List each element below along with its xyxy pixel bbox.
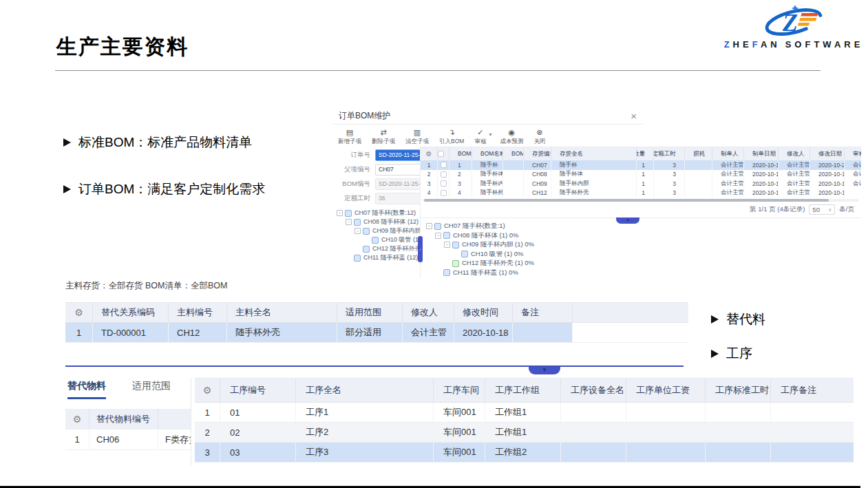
tree-expander-icon[interactable]: - xyxy=(346,219,352,225)
bom-node-icon xyxy=(461,251,468,257)
checkbox[interactable] xyxy=(441,190,447,196)
table-cell: 2020-10-29 xyxy=(810,160,845,170)
checkbox[interactable] xyxy=(441,162,447,168)
bom-node-icon xyxy=(452,242,459,248)
bullet-text: 订单BOM：满足客户定制化需求 xyxy=(78,180,265,198)
toolbar-button-add-child-icon[interactable]: ▤新增子项 xyxy=(338,128,361,146)
dropdown-caret-icon[interactable]: ▾ xyxy=(489,131,491,138)
tree-node[interactable]: -CH07 随手杯(数量:1) xyxy=(426,222,861,231)
gear-icon[interactable]: ⚙ xyxy=(65,303,93,322)
checkbox[interactable] xyxy=(441,180,447,187)
table-cell xyxy=(685,160,712,170)
tree-expander-icon[interactable]: - xyxy=(354,228,361,234)
table-cell: 随手杯 xyxy=(551,160,637,170)
toolbar-button-trash-icon[interactable]: ▥清空子项 xyxy=(405,128,429,146)
gear-icon[interactable]: ⚙ xyxy=(65,409,89,429)
cost-forecast-icon: ◉ xyxy=(509,128,516,136)
table-cell: 随手杯外壳 xyxy=(227,323,337,342)
column-header: 修改时间 xyxy=(454,303,513,322)
tree-expander-icon[interactable]: - xyxy=(444,242,450,248)
svg-text:Z: Z xyxy=(782,9,798,36)
collapse-sidebar-handle[interactable]: ‹ xyxy=(418,236,423,262)
table-cell: 2 xyxy=(421,170,438,180)
checkbox[interactable] xyxy=(438,151,444,157)
table-cell: 2020-10-18 xyxy=(454,323,513,342)
collapse-section-button[interactable]: ▼ xyxy=(529,367,560,374)
column-header xyxy=(158,409,191,429)
bullet-arrow-icon xyxy=(711,350,719,358)
brand-letter-group: Z xyxy=(724,39,733,50)
bom-tree-order: -CH07 随手杯(数量:1)-CH08 随手杯体 (1) 0%-CH09 随手… xyxy=(421,222,861,277)
table-cell: 会计主管 xyxy=(403,323,454,342)
bullet-item: 工序 xyxy=(711,345,765,363)
column-header: BOM名称 xyxy=(472,147,503,160)
presentation-slide: 生产主要资料 Z ZHEFANSOFTWARE 标准BOM：标准产品物料清单 订… xyxy=(0,0,868,488)
tree-node[interactable]: -CH09 随手杯内胆 (1) 0% xyxy=(426,240,861,250)
bom-node-icon xyxy=(452,260,459,267)
table-cell xyxy=(561,423,626,442)
column-header: 制单人 xyxy=(712,147,744,160)
tree-node-label: CH07 随手杯(数量:12) xyxy=(354,209,416,218)
tree-expander-icon[interactable]: - xyxy=(435,233,441,239)
tree-node[interactable]: -CH08 随手杯体 (1) 0% xyxy=(426,231,861,241)
tree-expander-icon[interactable]: - xyxy=(426,223,432,229)
gear-icon[interactable]: ⚙ xyxy=(195,379,220,402)
table-row[interactable]: 1TD-000001CH12随手杯外壳部分适用会计主管2020-10-18 xyxy=(65,323,688,343)
toolbar-button-cost-forecast-icon[interactable]: ◉成本预测 xyxy=(500,128,523,146)
table-cell: CH12 xyxy=(169,323,227,342)
pagination-info: 第 1/1 页 (4条记录) xyxy=(750,205,805,214)
column-header: BOM类别 xyxy=(503,147,524,160)
collapse-panel-button[interactable]: ▼ xyxy=(616,218,639,224)
column-header: 数量 xyxy=(637,147,654,160)
tree-node-label: CH12 随手杯外壳 (1) 0% xyxy=(462,259,534,268)
tab-substitute-material[interactable]: 替代物料 xyxy=(67,380,106,399)
table-cell: 1 xyxy=(65,323,93,342)
table-cell xyxy=(573,323,688,342)
table-cell: 随手杯外壳 xyxy=(472,189,503,198)
checkbox[interactable] xyxy=(441,171,447,178)
table-row[interactable]: 44随手杯外壳CH12随手杯外壳13会计主管2020-10-13会计主管2020… xyxy=(421,189,861,198)
table-cell: 2020-10-13 xyxy=(744,189,779,198)
tab-applicable-scope[interactable]: 适用范围 xyxy=(132,380,171,399)
table-row[interactable]: 33随手杯内胆CH09随手杯内胆13会计主管2020-10-13会计主管2020… xyxy=(421,179,861,189)
column-header: 制单日期 xyxy=(744,147,779,160)
table-cell: 1 xyxy=(637,189,654,198)
tree-node[interactable]: CH10 吸管 (1) 0% xyxy=(426,250,861,259)
horizontal-scrollbar[interactable] xyxy=(423,199,859,202)
table-row[interactable]: 303工序3车间001工作组2 xyxy=(195,443,854,463)
bom-node-icon xyxy=(443,269,450,276)
table-row[interactable]: 101工序1车间001工作组1 xyxy=(195,403,854,423)
toolbar-button-delete-child-icon[interactable]: ⇄删除子项 xyxy=(372,128,395,146)
column-header xyxy=(573,303,688,322)
bom-node-icon xyxy=(354,255,361,262)
table-cell: 车间001 xyxy=(434,443,485,462)
gear-icon[interactable]: ⚙ xyxy=(421,147,438,160)
toolbar-button-audit-user-icon[interactable]: ✓审核 xyxy=(474,128,486,146)
column-header: 主料编号 xyxy=(169,303,227,322)
tree-expander-icon[interactable]: - xyxy=(337,210,343,216)
toolbar-button-close-circle-icon[interactable]: ⊗关闭 xyxy=(533,128,545,146)
table-row[interactable]: 11随手杯CH07随手杯13会计主管2020-10-13会计主管2020-10-… xyxy=(421,160,861,170)
toolbar-button-import-bom-icon[interactable]: ↴引入BOM xyxy=(439,128,464,146)
tree-node[interactable]: CH12 随手杯外壳 (1) 0% xyxy=(426,259,861,268)
bom-node-icon xyxy=(363,246,370,253)
window-close-icon[interactable]: × xyxy=(631,111,637,121)
column-header: 存货全名 xyxy=(551,147,637,160)
table-row[interactable]: 1CH06F类存货 xyxy=(65,429,191,450)
page-size-select[interactable]: 50 ∨ xyxy=(809,204,835,215)
column-header: 定额工时 xyxy=(654,147,685,160)
table-row[interactable]: 22随手杯体CH08随手杯体13会计主管2020-10-13会计主管2020-1… xyxy=(421,170,861,180)
table-cell: 会计主管 xyxy=(712,170,744,180)
tree-node[interactable]: CH11 随手杯盖 (1) 0% xyxy=(426,268,861,278)
bom-node-icon xyxy=(354,219,361,226)
table-row[interactable]: 202工序2车间001工作组1 xyxy=(195,423,854,443)
import-bom-icon: ↴ xyxy=(449,128,455,136)
table-cell: 随手杯内胆 xyxy=(551,179,637,189)
process-table: ⚙工序编号工序全名工序车间工序工作组工序设备全名工序单位工资工序标准工时工序备注… xyxy=(195,378,854,463)
column-header: 修改人 xyxy=(779,147,810,160)
scrollbar-thumb[interactable] xyxy=(424,199,829,202)
table-cell: 车间001 xyxy=(434,403,485,422)
bullet-list-right: 替代料 工序 xyxy=(711,310,765,363)
filter-summary: 主料存货：全部存货 BOM清单：全部BOM xyxy=(65,280,227,292)
window-titlebar: 订单BOM维护 × xyxy=(332,108,644,125)
